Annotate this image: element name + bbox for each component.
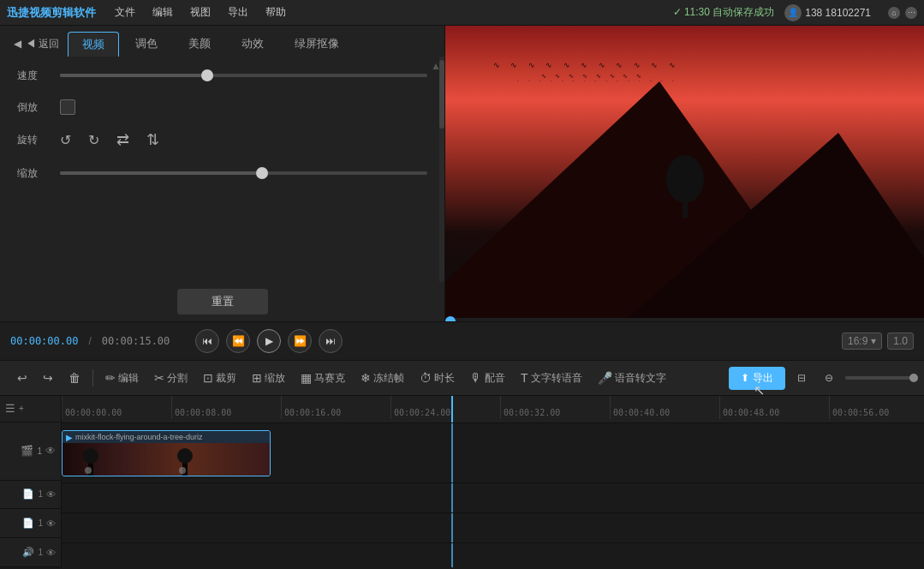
freeze-icon: ❄ — [361, 371, 371, 385]
tts-button[interactable]: T 文字转语音 — [514, 368, 589, 389]
main-content: ◀ ◀ 返回 视频 调色 美颜 动效 绿屏抠像 ▲ 速度 — [0, 26, 924, 321]
menu-help[interactable]: 帮助 — [259, 3, 293, 21]
zoom-slider[interactable] — [845, 376, 914, 380]
back-button[interactable]: ◀ ◀ 返回 — [7, 33, 66, 55]
sub-track-label-2: 📄 1 👁 — [0, 509, 61, 538]
menu-edit[interactable]: 编辑 — [146, 3, 180, 21]
split-button[interactable]: ✂ 分割 — [147, 368, 194, 389]
menu-file[interactable]: 文件 — [108, 3, 142, 21]
menu-view[interactable]: 视图 — [183, 3, 218, 21]
zoom-icon: ⊞ — [252, 371, 262, 385]
play-button[interactable]: ▶ — [257, 329, 281, 353]
zoom-label: 缩放 — [265, 371, 285, 386]
tab-color[interactable]: 调色 — [121, 31, 172, 57]
edit-button[interactable]: ✏ 编辑 — [98, 368, 146, 389]
mosaic-button[interactable]: ▦ 马赛克 — [294, 368, 352, 389]
dubbing-icon: 🎙 — [470, 371, 482, 385]
freeze-button[interactable]: ❄ 冻结帧 — [354, 368, 411, 389]
ruler-mark-7: 00:00:56.00 — [829, 396, 924, 419]
rotate-cw-icon[interactable]: ↻ — [88, 132, 99, 148]
home-button[interactable]: ⌂ — [888, 7, 900, 19]
clip-title: mixkit-flock-flying-around-a-tree-duriz — [75, 433, 203, 441]
undo-icon: ↩ — [17, 371, 27, 385]
tabs-row: ◀ ◀ 返回 视频 调色 美颜 动效 绿屏抠像 — [0, 26, 444, 57]
sub-track-3[interactable] — [62, 543, 924, 567]
stt-button[interactable]: 🎤 语音转文字 — [591, 368, 673, 389]
rotate-controls: ↺ ↻ ⇄ ⇅ — [60, 130, 159, 149]
timeline-playhead — [451, 396, 453, 422]
prev-button[interactable]: ⏮ — [195, 329, 219, 353]
video-clip[interactable]: ▶ mixkit-flock-flying-around-a-tree-duri… — [62, 430, 271, 476]
tree-svg — [659, 149, 711, 218]
sub-track-2[interactable] — [62, 513, 924, 543]
export-button[interactable]: ⬆ 导出 — [729, 367, 785, 390]
zoom-out-button[interactable]: ⊖ — [818, 368, 840, 387]
time-separator: / — [88, 335, 91, 347]
sub-eye-2-icon[interactable]: 👁 — [46, 518, 56, 529]
timeline-menu-icon[interactable]: ☰ — [5, 402, 15, 415]
sub-track-2-playhead — [451, 513, 453, 542]
split-label: 分割 — [167, 371, 188, 386]
menu-export[interactable]: 导出 — [221, 3, 255, 21]
crop-button[interactable]: ⊡ 裁剪 — [196, 368, 243, 389]
sub-eye-3-icon[interactable]: 👁 — [46, 548, 56, 558]
scale-thumb[interactable] — [256, 167, 268, 179]
sub-track-1[interactable] — [62, 483, 924, 513]
timeline-area: ☰ + 🎬 1 👁 📄 1 👁 📄 1 👁 🔊 1 👁 — [0, 396, 924, 567]
sub-track-3-count: 1 — [38, 548, 43, 557]
tab-video[interactable]: 视频 — [68, 32, 119, 57]
back-arrow-icon: ◀ — [14, 38, 21, 50]
playback-controls: ⏮ ⏪ ▶ ⏩ ⏭ — [195, 329, 343, 353]
user-info[interactable]: 👤 138 18102271 — [784, 4, 871, 21]
dubbing-button[interactable]: 🎙 配音 — [463, 368, 512, 389]
eye-icon[interactable]: 👁 — [45, 445, 56, 457]
scale-fill — [60, 171, 262, 175]
speed-label: 速度 — [17, 69, 60, 83]
more-button[interactable]: ⋯ — [905, 7, 917, 19]
zoom-track — [845, 376, 914, 380]
scale-slider[interactable] — [60, 165, 427, 182]
delete-button[interactable]: 🗑 — [62, 368, 87, 388]
zoom-thumb[interactable] — [909, 374, 918, 382]
split-icon: ✂ — [154, 371, 164, 385]
ruler-mark-5: 00:00:40.00 — [610, 396, 719, 419]
playhead-indicator[interactable] — [445, 316, 456, 321]
tab-effects[interactable]: 动效 — [227, 31, 278, 57]
speed-thumb[interactable] — [201, 69, 213, 81]
video-track[interactable]: ▶ mixkit-flock-flying-around-a-tree-duri… — [62, 423, 924, 483]
sub-track-1-playhead — [451, 483, 453, 512]
speed-slider[interactable] — [60, 67, 427, 84]
flip-h-icon[interactable]: ⇄ — [116, 130, 129, 149]
prev-frame-button[interactable]: ⏪ — [226, 329, 250, 353]
ratio-selector[interactable]: 16:9 ▾ — [842, 332, 882, 350]
timeline-left-panel: ☰ + 🎬 1 👁 📄 1 👁 📄 1 👁 🔊 1 👁 — [0, 396, 62, 567]
tn-moon-1 — [85, 467, 92, 474]
tab-chroma[interactable]: 绿屏抠像 — [280, 31, 354, 57]
ruler-marks: 00:00:00.00 00:00:08.00 00:00:16.00 00:0… — [62, 396, 924, 422]
undo-button[interactable]: ↩ — [10, 368, 34, 388]
redo-button[interactable]: ↪ — [36, 368, 60, 388]
sub-track-3-playhead — [451, 543, 453, 567]
scroll-up-arrow[interactable]: ▲ — [431, 60, 441, 72]
screen-view-button[interactable]: ⊟ — [790, 368, 813, 387]
ruler-mark-6: 00:00:48.00 — [719, 396, 829, 419]
total-time: 00:00:15.00 — [102, 335, 170, 347]
app-title: 迅捷视频剪辑软件 — [7, 5, 96, 21]
timeline-add-icon[interactable]: + — [19, 404, 24, 413]
duration-button[interactable]: ⏱ 时长 — [413, 368, 462, 389]
timeline-top-controls: ☰ + — [0, 396, 61, 422]
next-button[interactable]: ⏭ — [319, 329, 343, 353]
zoom-button[interactable]: ⊞ 缩放 — [245, 368, 292, 389]
timeline-ruler[interactable]: 00:00:00.00 00:00:08.00 00:00:16.00 00:0… — [62, 396, 924, 423]
rotate-ccw-icon[interactable]: ↺ — [60, 132, 71, 148]
sub-eye-1-icon[interactable]: 👁 — [46, 489, 56, 500]
reset-button[interactable]: 重置 — [177, 289, 268, 314]
reverse-checkbox[interactable] — [60, 99, 75, 115]
flip-v-icon[interactable]: ⇅ — [146, 130, 159, 149]
ruler-mark-1: 00:00:08.00 — [171, 396, 281, 419]
next-frame-button[interactable]: ⏩ — [288, 329, 312, 353]
zoom-level: 1.0 — [887, 332, 914, 350]
tts-icon: T — [521, 371, 528, 385]
tab-beauty[interactable]: 美颜 — [174, 31, 225, 57]
speed-track — [60, 74, 427, 77]
